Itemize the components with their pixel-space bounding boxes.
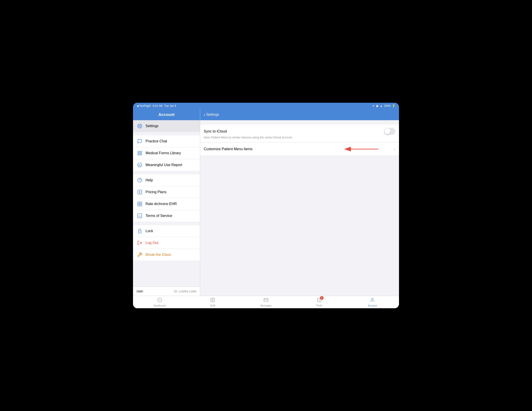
tab-ehr-label: EHR: [210, 304, 215, 307]
content-area: Account Settings: [133, 109, 399, 296]
lock-icon: [137, 228, 143, 234]
back-label: Settings: [206, 112, 219, 117]
sidebar-settings-label: Settings: [145, 124, 159, 128]
sidebar-item-lock[interactable]: Lock: [133, 225, 200, 237]
sidebar-item-tos[interactable]: TOS Terms of Service: [133, 210, 200, 222]
sync-icloud-item: Sync to iCloud Sync Patient Menu to simi…: [200, 125, 399, 142]
sidebar-item-practice-chat[interactable]: Practice Chat: [133, 135, 200, 147]
sync-icloud-row: Sync to iCloud: [204, 128, 395, 135]
status-time: 9:41 AM: [152, 104, 162, 107]
sidebar-lock-label: Lock: [145, 229, 153, 233]
airplane-icon: ✈: [372, 104, 375, 107]
right-header: ‹ Settings: [200, 109, 399, 120]
customize-menu-chevron: ›: [394, 147, 395, 151]
status-date: Tue Jan 9: [164, 104, 176, 107]
tab-messages[interactable]: Messages: [239, 298, 293, 307]
svg-rect-1: [138, 151, 139, 153]
sync-icloud-title: Sync to iCloud: [204, 129, 227, 133]
user-name: Dr. Leshia Lowe: [174, 290, 196, 293]
signal-icon: ▲: [380, 104, 382, 107]
red-arrow-annotation: [340, 146, 381, 152]
sync-toggle[interactable]: [384, 128, 395, 135]
sidebar-medical-forms-label: Medical Forms Library: [145, 151, 181, 155]
sidebar-section-2: Practice Chat Medical Forms Library: [133, 135, 200, 171]
back-button[interactable]: ‹ Settings: [204, 112, 219, 117]
svg-text:TOS: TOS: [138, 215, 141, 217]
sidebar-section-4: Lock Log Out: [133, 225, 200, 261]
sidebar-item-help[interactable]: Help: [133, 174, 200, 186]
sidebar-tos-label: Terms of Service: [145, 214, 172, 218]
user-label: User: [137, 290, 143, 293]
sidebar-item-rate[interactable]: Rate drchrono EHR: [133, 198, 200, 210]
svg-point-21: [372, 298, 373, 299]
back-chevron-icon: ‹: [204, 112, 205, 117]
tab-dashboard[interactable]: Dashboard: [133, 298, 186, 307]
status-bar-right: ✈ ▣ ▲ 100% 🔋: [372, 104, 395, 107]
sidebar-meaningful-use-label: Meaningful Use Report: [145, 163, 182, 167]
svg-rect-3: [140, 154, 142, 155]
ehr-icon: [210, 298, 215, 304]
sync-icloud-subtitle: Sync Patient Menu to similar devices usi…: [204, 136, 395, 139]
messages-icon: [264, 298, 268, 304]
wrench-icon: [137, 252, 143, 258]
customize-menu-title: Customize Patient Menu Items: [204, 147, 253, 151]
svg-marker-12: [139, 203, 141, 205]
status-bar-left: ◀ TestFlight 9:41 AM Tue Jan 9: [137, 104, 176, 107]
sidebar-section-3: Help Pricing Plans: [133, 174, 200, 222]
tab-ehr[interactable]: EHR: [186, 298, 240, 307]
svg-rect-15: [138, 231, 141, 233]
sidebar-item-meaningful-use[interactable]: MU Meaningful Use Report: [133, 159, 200, 171]
customize-menu-right: ›: [340, 146, 395, 152]
device-frame: ◀ TestFlight 9:41 AM Tue Jan 9 ✈ ▣ ▲ 100…: [133, 103, 399, 308]
mu-icon: MU: [137, 162, 143, 168]
back-testflight: ◀ TestFlight: [137, 104, 151, 107]
logout-icon: [137, 240, 143, 246]
customize-menu-section: Customize Patient Menu Items: [200, 143, 399, 156]
customize-menu-row: Customize Patient Menu Items: [204, 146, 395, 152]
forms-icon: [137, 150, 143, 156]
toggle-knob: [384, 128, 390, 134]
sync-icloud-section: Sync to iCloud Sync Patient Menu to simi…: [200, 125, 399, 142]
tab-messages-label: Messages: [260, 304, 272, 307]
sidebar-item-logout[interactable]: Log Out: [133, 237, 200, 249]
sidebar-header: Account: [133, 109, 200, 120]
wifi-icon: ▣: [376, 104, 378, 107]
sidebar-title: Account: [159, 112, 175, 117]
sidebar-practice-chat-label: Practice Chat: [145, 139, 167, 143]
settings-content: Sync to iCloud Sync Patient Menu to simi…: [200, 120, 399, 296]
customize-menu-item[interactable]: Customize Patient Menu Items: [200, 143, 399, 156]
sidebar-pricing-label: Pricing Plans: [145, 190, 166, 194]
tasks-badge: 1: [320, 296, 323, 300]
tab-tasks-label: Tasks: [316, 304, 323, 307]
svg-text:MU: MU: [138, 164, 141, 166]
sidebar-rate-label: Rate drchrono EHR: [145, 202, 177, 206]
sidebar-item-break-glass[interactable]: Break the Glass: [133, 249, 200, 261]
sidebar-item-settings[interactable]: Settings: [133, 120, 200, 132]
sidebar-item-pricing[interactable]: Pricing Plans: [133, 186, 200, 198]
right-panel: ‹ Settings Sync to iCloud: [200, 109, 399, 296]
sidebar-user-section: User Dr. Leshia Lowe: [133, 287, 200, 296]
star-icon: [137, 201, 143, 207]
status-bar: ◀ TestFlight 9:41 AM Tue Jan 9 ✈ ▣ ▲ 100…: [133, 103, 399, 109]
tab-account-label: Account: [368, 304, 377, 307]
tab-bar: Dashboard EHR Messages: [133, 296, 399, 308]
battery-label: 100%: [384, 104, 391, 107]
battery-icon: 🔋: [392, 104, 395, 107]
tab-account[interactable]: Account: [346, 298, 399, 307]
dashboard-icon: [157, 298, 162, 304]
sidebar-logout-label: Log Out: [145, 241, 158, 245]
sidebar-spacer-1: [133, 132, 200, 135]
tab-tasks[interactable]: 1 Tasks: [293, 298, 346, 307]
dollar-icon: [137, 189, 143, 195]
svg-point-0: [139, 125, 140, 127]
sidebar-break-glass-label: Break the Glass: [145, 253, 171, 257]
svg-rect-4: [138, 154, 139, 155]
main-layout: Account Settings: [133, 109, 399, 308]
tos-icon: TOS: [137, 213, 143, 219]
sidebar-section-1: Settings: [133, 120, 200, 132]
sidebar-spacer-3: [133, 222, 200, 225]
sidebar-help-label: Help: [145, 178, 153, 182]
sidebar-item-medical-forms[interactable]: Medical Forms Library: [133, 147, 200, 159]
chat-icon: [137, 138, 143, 144]
help-icon: [137, 177, 143, 183]
